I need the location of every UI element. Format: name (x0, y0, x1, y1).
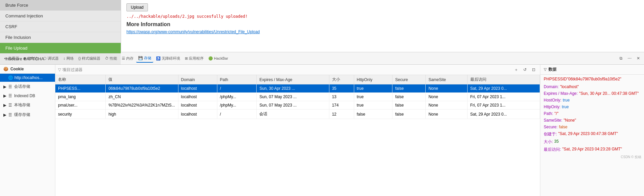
cookie-toolbar: ▽ ＋ ↺ ⊡ (55, 65, 540, 75)
sidebar-item-indexed-db[interactable]: ▶ ☰ Indexed DB (0, 91, 55, 100)
inspector-icon: ↩ (4, 56, 7, 61)
watermark: CSDN © 投稿 (540, 153, 644, 161)
expand-icon: ▶ (3, 84, 6, 89)
devtools-main: 🍪 Cookie 🌐 http://localhos... ▶ ☰ 会话存储 ▶… (0, 65, 644, 196)
style-icon: {} (78, 56, 81, 60)
network-icon: ↕ (63, 56, 65, 60)
performance-label: 性能 (110, 56, 117, 61)
domain-value: "localhost" (560, 84, 579, 89)
col-samesite: SameSite (426, 75, 467, 84)
devtools-performance[interactable]: ⏱ 性能 (103, 55, 119, 62)
sidebar-cookie-label: Cookie (10, 67, 24, 71)
menu-command-injection[interactable]: Command Injection (0, 11, 121, 21)
detail-expires: Expires / Max-Age: "Sun, 30 Apr 20... 00… (540, 90, 644, 97)
cookie-area: ▽ ＋ ↺ ⊡ 名称 值 Domain Path Expires / Max-A… (55, 65, 540, 196)
phpsessid-key: PHPSESSID (544, 77, 567, 81)
table-row[interactable]: securityhighlocalhost/会话12falsefalseNone… (55, 110, 540, 119)
db-icon4: ☰ (8, 113, 12, 117)
table-row[interactable]: pma_langzh_CNlocalhost/phpMy...Sun, 07 M… (55, 93, 540, 101)
more-info-link[interactable]: https://owasp.org/www-community/vulnerab… (126, 29, 260, 34)
lastaccess-key: 最后访问: (544, 147, 561, 152)
sidebar-item-local-storage[interactable]: ▶ ☰ 本地存储 (0, 100, 55, 110)
devtools-application[interactable]: ⊞ 应用程序 (183, 55, 206, 62)
domain-key: Domain: (544, 84, 559, 89)
top-section: Brute Force Command Injection CSRF File … (0, 0, 644, 52)
more-options-button[interactable]: ⋯ (626, 55, 633, 62)
col-name: 名称 (55, 75, 106, 84)
col-lastaccess: 最后访问 (467, 75, 540, 84)
sidebar: 🍪 Cookie 🌐 http://localhos... ▶ ☰ 会话存储 ▶… (0, 65, 55, 196)
path-key: Path: (544, 111, 553, 116)
secure-value: false (559, 125, 567, 129)
filter-input-area: ▽ (58, 67, 511, 72)
expand-button[interactable]: ⧉ (617, 55, 625, 62)
export-button[interactable]: ⊡ (530, 66, 537, 73)
col-domain: Domain (178, 75, 217, 84)
filter-input[interactable] (62, 67, 103, 72)
success-message: ../../hackable/uploads/2.jpg succesfully… (126, 14, 639, 19)
sidebar-cookie-header: 🍪 Cookie (0, 65, 55, 74)
filter-icon-right: ▽ (544, 67, 546, 72)
secure-key: Secure: (544, 125, 557, 129)
hackbar-label: HackBar (214, 56, 228, 60)
debugger-icon: ⬡ (43, 56, 47, 61)
accessibility-label: 无障碍环境 (162, 56, 180, 61)
menu-file-inclusion[interactable]: File Inclusion (0, 32, 121, 43)
devtools-debugger[interactable]: ⬡ 调试器 (41, 55, 61, 62)
right-panel-header: ▽ 数据 (540, 65, 644, 75)
expires-key: Expires / Max-Age: (544, 91, 578, 96)
console-icon: ▶ (24, 56, 26, 61)
samesite-key: SameSite: (544, 118, 562, 123)
devtools-accessibility[interactable]: ♿ 无障碍环境 (154, 55, 182, 62)
menu-file-upload[interactable]: File Upload (0, 43, 121, 54)
performance-icon: ⏱ (105, 56, 109, 60)
lastaccess-value: "Sat, 29 Apr 2023 04:23:28 GMT" (562, 147, 622, 152)
devtools-right-icons: ⧉ ⋯ ✕ (617, 55, 642, 62)
hackbar-icon: 🟢 (208, 56, 213, 61)
cache-storage-label: 缓存存储 (14, 112, 30, 118)
left-menu: Brute Force Command Injection CSRF File … (0, 0, 121, 52)
debugger-label: 调试器 (48, 56, 59, 61)
close-button[interactable]: ✕ (635, 55, 642, 62)
sidebar-item-localhost[interactable]: 🌐 http://localhos... (0, 74, 55, 82)
size-value: 35 (554, 139, 558, 145)
menu-brute-force[interactable]: Brute Force (0, 0, 121, 11)
db-icon3: ☰ (8, 103, 12, 108)
col-value: 值 (106, 75, 178, 84)
devtools-hackbar[interactable]: 🟢 HackBar (206, 55, 230, 62)
detail-samesite: SameSite: "None" (540, 117, 644, 124)
devtools-memory[interactable]: ☰ 内存 (120, 55, 136, 62)
expand-icon2: ▶ (3, 93, 6, 98)
menu-csrf[interactable]: CSRF (0, 21, 121, 32)
sidebar-item-cache-storage[interactable]: ▶ ☰ 缓存存储 (0, 110, 55, 120)
detail-domain: Domain: "localhost" (540, 83, 644, 90)
created-value: "Sat, 29 Apr 2023 00:47:38 GMT" (558, 131, 618, 137)
add-cookie-button[interactable]: ＋ (513, 66, 520, 73)
sidebar-item-session-storage[interactable]: ▶ ☰ 会话存储 (0, 82, 55, 91)
detail-created: 创建于: "Sat, 29 Apr 2023 00:47:38 GMT" (540, 130, 644, 138)
size-key: 大小: (544, 139, 553, 145)
detail-secure: Secure: false (540, 124, 644, 130)
devtools-storage[interactable]: 💾 存储 (136, 54, 153, 63)
table-row[interactable]: pmaUser...%7B%22iv%22%3A%22K1n7MZtS...lo… (55, 101, 540, 110)
right-panel: ▽ 数据 PHPSESSID"06tk84u79ll78ub0sf9a10t5e… (540, 65, 644, 196)
refresh-button[interactable]: ↺ (521, 66, 529, 73)
table-row[interactable]: PHPSESS...06tk84u79ll78ub0sf9a10t5e2loca… (55, 84, 540, 93)
devtools-inspector[interactable]: ↩ 查看器 (2, 55, 21, 62)
detail-size: 大小: 35 (540, 138, 644, 146)
expires-value: "Sun, 30 Apr 20... 00:47:38 GMT" (579, 91, 639, 96)
session-storage-label: 会话存储 (14, 84, 30, 89)
right-panel-title: 数据 (548, 67, 556, 72)
devtools-console[interactable]: ▶ 控制台 (22, 55, 41, 62)
memory-label: 内存 (126, 56, 133, 61)
globe-icon: 🌐 (8, 75, 13, 80)
col-size: 大小 (329, 75, 354, 84)
local-storage-label: 本地存储 (14, 102, 30, 108)
devtools-network[interactable]: ↕ 网络 (61, 55, 76, 62)
expand-icon3: ▶ (3, 103, 6, 108)
db-icon: ☰ (8, 84, 12, 89)
devtools-style-editor[interactable]: {} 样式编辑器 (76, 55, 102, 62)
upload-button[interactable]: Upload (126, 3, 148, 11)
path-value: "/" (554, 111, 558, 116)
content-area: Upload ../../hackable/uploads/2.jpg succ… (121, 0, 644, 52)
